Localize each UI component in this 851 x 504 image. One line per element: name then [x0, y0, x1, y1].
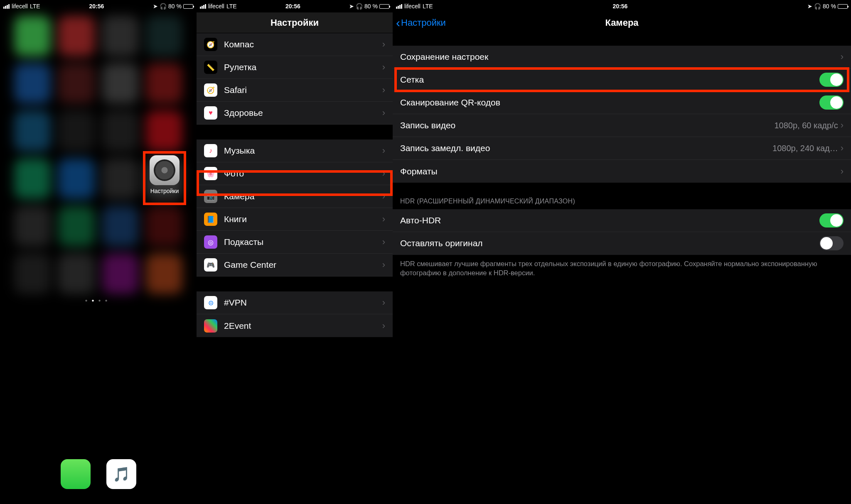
back-button[interactable]: ‹Настройки: [396, 16, 446, 30]
camera-list[interactable]: Сохранение настроек› Сетка Сканирование …: [393, 46, 851, 183]
battery-percent: 80 %: [364, 3, 378, 10]
chevron-right-icon: ›: [382, 214, 385, 225]
row-formats[interactable]: Форматы›: [393, 160, 851, 183]
chevron-right-icon: ›: [382, 237, 385, 247]
row-label: Сетка: [400, 75, 819, 85]
status-bar: lifecellLTE 20:56 ➤🎧80 %: [197, 0, 393, 12]
headphones-icon: 🎧: [160, 3, 167, 10]
ruler-icon: 📏: [204, 61, 217, 74]
row-value: 1080p, 60 кадр/с: [774, 121, 838, 130]
row-label: #VPN: [224, 298, 382, 308]
row-music[interactable]: ♪Музыка›: [197, 139, 393, 162]
hdr-footer: HDR смешивает лучшие фрагменты трех отде…: [393, 255, 851, 278]
battery-icon: [379, 4, 389, 9]
row-preserve-settings[interactable]: Сохранение настроек›: [393, 46, 851, 69]
settings-app-label: Настройки: [145, 188, 184, 194]
chevron-right-icon: ›: [382, 39, 385, 50]
chevron-right-icon: ›: [382, 168, 385, 179]
signal-icon: [3, 4, 10, 9]
gear-icon: [154, 159, 175, 181]
clock-label: 20:56: [40, 3, 153, 10]
row-health[interactable]: ♥Здоровье›: [197, 102, 393, 125]
row-label: Game Center: [224, 260, 382, 270]
row-compass[interactable]: 🧭Компас›: [197, 33, 393, 56]
keep-original-toggle[interactable]: [819, 236, 844, 250]
highlight-settings-app: Настройки: [143, 151, 186, 205]
row-label: Здоровье: [224, 108, 382, 118]
row-label: Запись замедл. видео: [400, 143, 772, 153]
row-qr[interactable]: Сканирование QR-кодов: [393, 91, 851, 114]
row-safari[interactable]: 🧭Safari›: [197, 79, 393, 102]
row-auto-hdr[interactable]: Авто-HDR: [393, 209, 851, 232]
row-label: Камера: [224, 191, 382, 201]
battery-icon: [183, 4, 193, 9]
row-label: Сохранение настроек: [400, 52, 841, 62]
row-keep-original[interactable]: Оставлять оригинал: [393, 232, 851, 255]
row-value: 1080p, 240 кад…: [772, 144, 838, 153]
row-label: Safari: [224, 85, 382, 95]
row-photos[interactable]: 🌸Фото›: [197, 162, 393, 185]
page-title: Настройки: [271, 17, 319, 28]
chevron-right-icon: ›: [382, 321, 385, 331]
row-label: Подкасты: [224, 237, 382, 247]
page-title: Камера: [605, 17, 638, 28]
clock-label: 20:56: [237, 3, 349, 10]
settings-app-icon[interactable]: [150, 155, 180, 185]
network-label: LTE: [30, 3, 40, 10]
chevron-right-icon: ›: [841, 51, 844, 62]
music-app-icon[interactable]: 🎵: [106, 459, 136, 489]
back-label: Настройки: [401, 17, 446, 28]
gamecenter-icon: 🎮: [204, 258, 217, 272]
podcasts-icon: ◎: [204, 235, 217, 249]
location-icon: ➤: [807, 3, 812, 10]
compass-icon: 🧭: [204, 38, 217, 51]
row-label: Запись видео: [400, 120, 774, 130]
hdr-section-header: HDR (РАСШИРЕННЫЙ ДИНАМИЧЕСКИЙ ДИАПАЗОН): [393, 183, 851, 209]
row-books[interactable]: 📘Книги›: [197, 208, 393, 231]
row-gamecenter[interactable]: 🎮Game Center›: [197, 254, 393, 276]
camera-icon: 📷: [204, 190, 217, 203]
chevron-right-icon: ›: [382, 108, 385, 118]
phone-app-icon[interactable]: [61, 459, 91, 489]
row-slomo[interactable]: Запись замедл. видео1080p, 240 кад…›: [393, 137, 851, 160]
grid-toggle[interactable]: [819, 73, 844, 87]
row-2event[interactable]: 2Event›: [197, 314, 393, 337]
auto-hdr-toggle[interactable]: [819, 213, 844, 228]
row-label: Форматы: [400, 166, 841, 176]
safari-icon: 🧭: [204, 83, 217, 97]
navbar: ‹Настройки Камера: [393, 12, 851, 33]
settings-list[interactable]: 🧭Компас› 📏Рулетка› 🧭Safari› ♥Здоровье› ♪…: [197, 33, 393, 337]
panel-settings: lifecellLTE 20:56 ➤🎧80 % Настройки 🧭Комп…: [197, 0, 393, 504]
location-icon: ➤: [153, 3, 158, 10]
row-grid[interactable]: Сетка: [393, 69, 851, 91]
status-bar: lifecell LTE 20:56 ➤ 🎧 80 %: [0, 0, 197, 12]
row-podcasts[interactable]: ◎Подкасты›: [197, 231, 393, 254]
carrier-label: lifecell: [12, 3, 28, 10]
qr-toggle[interactable]: [819, 95, 844, 110]
row-label: Музыка: [224, 146, 382, 156]
row-vpn[interactable]: ⊝#VPN›: [197, 291, 393, 314]
battery-percent: 80 %: [823, 3, 836, 10]
row-video[interactable]: Запись видео1080p, 60 кадр/с›: [393, 114, 851, 137]
chevron-right-icon: ›: [382, 297, 385, 308]
battery-percent: 80 %: [168, 3, 182, 10]
photos-icon: 🌸: [204, 167, 217, 180]
location-icon: ➤: [349, 3, 354, 10]
signal-icon: [200, 4, 206, 9]
row-label: Оставлять оригинал: [400, 238, 819, 248]
row-measure[interactable]: 📏Рулетка›: [197, 56, 393, 79]
panel-homescreen: lifecell LTE 20:56 ➤ 🎧 80 % Настройки ●●…: [0, 0, 197, 504]
network-label: LTE: [226, 3, 237, 10]
row-label: 2Event: [224, 321, 382, 331]
chevron-left-icon: ‹: [396, 16, 400, 30]
row-label: Компас: [224, 39, 382, 49]
hdr-list[interactable]: Авто-HDR Оставлять оригинал: [393, 209, 851, 255]
row-label: Рулетка: [224, 62, 382, 72]
dock: 🎵: [0, 454, 197, 504]
music-icon: ♪: [204, 144, 217, 157]
page-dots[interactable]: ●●●●: [0, 298, 197, 303]
headphones-icon: 🎧: [356, 3, 363, 10]
2event-icon: [204, 319, 217, 333]
navbar: Настройки: [197, 12, 393, 33]
row-camera[interactable]: 📷Камера›: [197, 185, 393, 208]
